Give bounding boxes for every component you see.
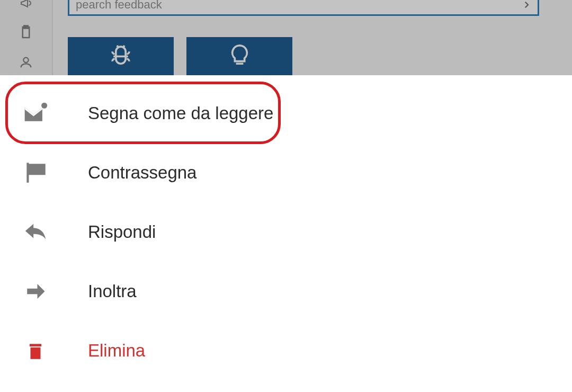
- menu-item-forward[interactable]: Inoltra: [0, 262, 572, 321]
- reply-icon: [21, 220, 50, 244]
- trash-icon: [21, 339, 50, 362]
- context-menu: Segna come da leggere Contrassegna Rispo…: [0, 75, 572, 392]
- menu-item-flag[interactable]: Contrassegna: [0, 143, 572, 202]
- flag-icon: [21, 159, 50, 186]
- menu-label-delete: Elimina: [88, 341, 145, 361]
- menu-item-mark-unread[interactable]: Segna come da leggere: [0, 84, 572, 143]
- menu-item-reply[interactable]: Rispondi: [0, 202, 572, 262]
- mail-unread-icon: [21, 101, 50, 126]
- svg-point-1: [41, 103, 47, 109]
- menu-label-mark-unread: Segna come da leggere: [88, 103, 273, 123]
- menu-label-reply: Rispondi: [88, 222, 156, 242]
- menu-item-delete[interactable]: Elimina: [0, 321, 572, 380]
- forward-icon: [21, 280, 50, 302]
- menu-label-flag: Contrassegna: [88, 163, 196, 183]
- background-overlay: [0, 0, 572, 75]
- menu-label-forward: Inoltra: [88, 281, 137, 301]
